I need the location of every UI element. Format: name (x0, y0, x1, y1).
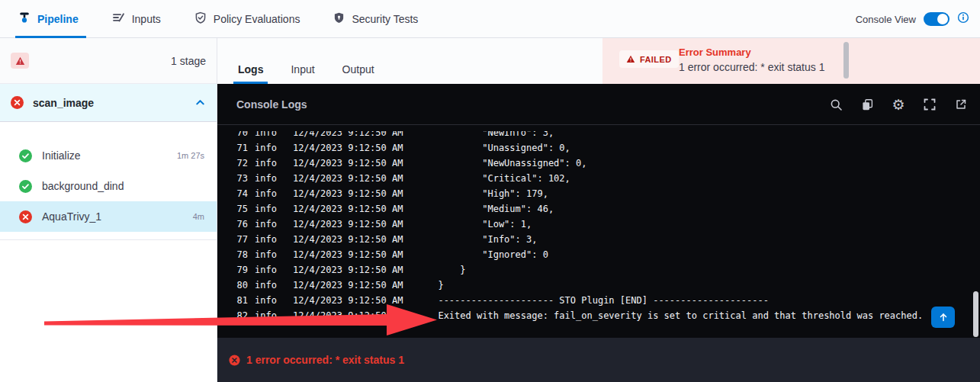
log-line-number: 70 (234, 131, 248, 140)
failed-status-icon (11, 96, 24, 109)
tab-label: Output (342, 63, 374, 75)
tab-policy-evaluations[interactable]: Policy Evaluations (191, 0, 304, 38)
log-line-number: 79 (234, 262, 248, 278)
tab-label: Inputs (132, 13, 161, 25)
log-level: info (255, 131, 277, 140)
console-actions: ⚙ (829, 84, 968, 125)
tab-security-tests[interactable]: Security Tests (330, 0, 421, 38)
step-background-dind[interactable]: background_dind (0, 171, 217, 201)
log-level: info (255, 140, 277, 156)
log-lines: 70 info 12/4/2023 9:12:50 AM "NewInfo": … (217, 131, 980, 323)
tab-output[interactable]: Output (341, 55, 376, 84)
log-timestamp: 12/4/2023 9:12:50 AM (293, 140, 403, 156)
log-message: } (438, 262, 465, 278)
console-logs-panel: Console Logs ⚙ (217, 84, 980, 338)
error-footer: 1 error occurred: * exit status 1 (217, 338, 980, 382)
log-timestamp: 12/4/2023 9:12:50 AM (293, 262, 403, 278)
log-line: 79 info 12/4/2023 9:12:50 AM } (217, 262, 980, 278)
log-line-number: 75 (234, 201, 248, 217)
log-timestamp: 12/4/2023 9:12:50 AM (293, 156, 403, 171)
log-message: "NewUnassigned": 0, (438, 156, 586, 171)
chevron-up-icon[interactable] (194, 97, 206, 108)
log-message: "Ignored": 0 (438, 247, 548, 262)
tab-input[interactable]: Input (289, 55, 316, 84)
log-message: } (438, 278, 443, 293)
pipeline-error-badge[interactable] (11, 53, 29, 69)
log-level: info (255, 232, 277, 247)
log-line-number: 76 (234, 217, 248, 232)
fullscreen-icon[interactable] (923, 98, 937, 111)
top-navigation: Pipeline Inputs Policy Evaluations Secur… (0, 0, 980, 38)
log-line: 77 info 12/4/2023 9:12:50 AM "Info": 3, (217, 232, 980, 247)
log-level: info (255, 262, 277, 278)
log-timestamp: 12/4/2023 9:12:50 AM (293, 201, 403, 217)
tab-inputs[interactable]: Inputs (109, 0, 164, 38)
log-line: 74 info 12/4/2023 9:12:50 AM "High": 179… (217, 186, 980, 201)
copy-icon[interactable] (860, 98, 874, 111)
detail-tabs: Logs Input Output (217, 38, 602, 84)
error-summary-title: Error Summary (679, 47, 751, 58)
stage-name: scan_image (33, 97, 185, 109)
log-line-number: 73 (234, 171, 248, 186)
log-level: info (255, 247, 277, 262)
toggle-knob (937, 14, 948, 24)
step-duration: 4m (193, 212, 204, 221)
log-message: Exited with message: fail_on_severity is… (438, 308, 923, 323)
open-in-new-icon[interactable] (954, 98, 968, 111)
log-level: info (255, 201, 277, 217)
console-scrollbar-thumb[interactable] (973, 291, 978, 337)
log-line: 71 info 12/4/2023 9:12:50 AM "Unassigned… (217, 140, 980, 156)
success-status-icon (19, 149, 32, 162)
log-timestamp: 12/4/2023 9:12:50 AM (293, 278, 403, 293)
log-line: 72 info 12/4/2023 9:12:50 AM "NewUnassig… (217, 156, 980, 171)
stage-row-scan-image[interactable]: scan_image (0, 84, 217, 122)
error-summary-banner: FAILED Error Summary 1 error occurred: *… (602, 38, 980, 84)
log-timestamp: 12/4/2023 9:12:50 AM (293, 232, 403, 247)
inputs-icon (112, 11, 125, 26)
sidebar-header: 1 stage (0, 38, 217, 84)
info-icon[interactable] (957, 11, 969, 27)
log-message: --------------------- STO Plugin [END] -… (438, 293, 768, 308)
tab-pipeline[interactable]: Pipeline (15, 0, 82, 38)
log-timestamp: 12/4/2023 9:12:50 AM (293, 131, 403, 140)
failed-badge: FAILED (619, 50, 679, 68)
log-timestamp: 12/4/2023 9:12:50 AM (293, 293, 403, 308)
tab-label: Logs (238, 63, 263, 75)
search-icon[interactable] (829, 98, 843, 111)
log-line: 82 info 12/4/2023 9:12:50 AM Exited with… (217, 308, 980, 323)
tab-label: Security Tests (352, 13, 418, 25)
console-header: Console Logs ⚙ (217, 84, 980, 125)
step-name: AquaTrivy_1 (42, 210, 183, 223)
log-line: 70 info 12/4/2023 9:12:50 AM "NewInfo": … (217, 131, 980, 140)
log-line: 78 info 12/4/2023 9:12:50 AM "Ignored": … (217, 247, 980, 262)
log-line: 81 info 12/4/2023 9:12:50 AM -----------… (217, 293, 980, 308)
execution-sidebar: 1 stage scan_image Initialize 1m 27s bac… (0, 38, 217, 382)
scroll-to-top-button[interactable] (931, 307, 955, 328)
tab-logs[interactable]: Logs (236, 55, 265, 84)
arrow-up-icon (938, 312, 949, 323)
log-line-number: 80 (234, 278, 248, 293)
failed-label: FAILED (640, 55, 672, 64)
step-duration: 1m 27s (177, 151, 204, 160)
console-view-label: Console View (856, 14, 916, 25)
log-message: "NewInfo": 3, (438, 131, 554, 140)
log-timestamp: 12/4/2023 9:12:50 AM (293, 186, 403, 201)
shield-check-icon (194, 11, 207, 27)
log-viewport[interactable]: 70 info 12/4/2023 9:12:50 AM "NewInfo": … (217, 131, 980, 338)
success-status-icon (19, 180, 32, 193)
step-initialize[interactable]: Initialize 1m 27s (0, 140, 217, 171)
settings-icon[interactable]: ⚙ (892, 98, 905, 111)
log-message: "Medium": 46, (438, 201, 554, 217)
log-line-number: 72 (234, 156, 248, 171)
log-level: info (255, 156, 277, 171)
console-title: Console Logs (217, 98, 307, 111)
tab-label: Pipeline (37, 13, 79, 25)
console-view-toggle[interactable] (924, 12, 949, 26)
footer-error-text: 1 error occurred: * exit status 1 (246, 354, 404, 366)
banner-scrollbar-thumb[interactable] (843, 42, 849, 79)
log-line-number: 71 (234, 140, 248, 156)
step-aquatrivy[interactable]: AquaTrivy_1 4m (0, 201, 217, 232)
log-level: info (255, 293, 277, 308)
pipeline-icon (18, 11, 31, 26)
step-list: Initialize 1m 27s background_dind AquaTr… (0, 122, 217, 240)
